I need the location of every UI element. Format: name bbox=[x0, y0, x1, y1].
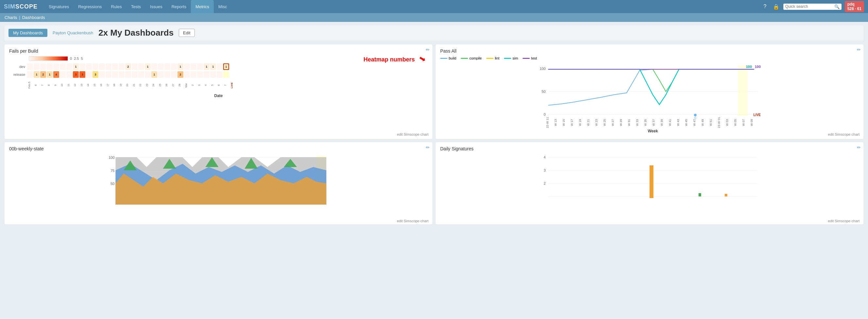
svg-text:W 49: W 49 bbox=[701, 119, 704, 126]
xaxis-label: 26 bbox=[165, 79, 171, 92]
svg-text:W 09: W 09 bbox=[750, 119, 753, 126]
weekly-state-edit-link[interactable]: edit Simscope chart bbox=[397, 219, 429, 223]
xaxis-label: 12 bbox=[73, 79, 80, 92]
pass-rate-edit-link[interactable]: edit Simscope chart bbox=[828, 132, 860, 136]
heatmap-cells-release: 1 2 1 4 3 3 3 bbox=[27, 71, 229, 78]
heatmap-cell bbox=[223, 71, 229, 78]
heatmap-cell bbox=[105, 63, 112, 70]
breadcrumb-charts[interactable]: Charts bbox=[5, 15, 17, 20]
legend-lint-label: lint bbox=[495, 56, 499, 60]
svg-text:100: 100 bbox=[108, 156, 114, 160]
heatmap-cell bbox=[27, 63, 33, 70]
heatmap-cell bbox=[66, 71, 72, 78]
lock-icon[interactable]: 🔒 bbox=[772, 4, 780, 10]
heatmap-xaxis: Feb-5 6 7 8 9 10 11 12 13 14 15 16 17 18… bbox=[28, 79, 428, 92]
heatmap-cell bbox=[119, 71, 125, 78]
edit-button[interactable]: Edit bbox=[179, 29, 194, 37]
heatmap-edit-link[interactable]: edit Simscope chart bbox=[397, 132, 429, 136]
heatmap-cell bbox=[197, 71, 203, 78]
xaxis-label: 2 bbox=[191, 79, 197, 92]
breadcrumb-bar: Charts | Dashboards bbox=[0, 13, 868, 22]
heatmap-cell: 3 bbox=[92, 71, 98, 78]
heatmap-cell bbox=[34, 63, 39, 70]
tab-user-dashboards[interactable]: Payton Quackenbush bbox=[53, 30, 93, 35]
legend-sim-label: sim bbox=[513, 56, 518, 60]
svg-text:W 19: W 19 bbox=[579, 119, 582, 126]
heatmap-cell: 1 bbox=[151, 71, 157, 78]
heatmap-cell: 2 bbox=[125, 63, 131, 70]
heatmap-cell bbox=[105, 71, 112, 78]
heatmap-cell bbox=[184, 63, 190, 70]
xaxis-label: 23 bbox=[146, 79, 151, 92]
search-input[interactable] bbox=[785, 4, 834, 9]
legend-0: 0 bbox=[70, 57, 72, 61]
legend-lint-line bbox=[486, 58, 494, 59]
heatmap-cell bbox=[112, 63, 118, 70]
heatmap-cell bbox=[158, 63, 164, 70]
user-badge[interactable]: pdq528 · 61 bbox=[845, 1, 864, 12]
heatmap-legend: 0 2.5 5 bbox=[29, 56, 428, 61]
legend-sim: sim bbox=[504, 56, 518, 60]
heatmap-cell: 2 bbox=[40, 71, 46, 78]
nav-metrics[interactable]: Metrics bbox=[191, 0, 214, 13]
svg-text:W 23: W 23 bbox=[595, 119, 598, 126]
heatmap-xlabel: Date bbox=[9, 94, 428, 98]
heatmap-cell bbox=[190, 63, 196, 70]
nav-misc[interactable]: Misc bbox=[214, 0, 232, 13]
heatmap-cell bbox=[132, 63, 137, 70]
heatmap-cell bbox=[197, 63, 203, 70]
svg-text:W 37: W 37 bbox=[652, 119, 655, 126]
svg-text:3: 3 bbox=[544, 168, 546, 172]
svg-text:W 27: W 27 bbox=[611, 119, 614, 126]
tab-my-dashboards[interactable]: My Dashboards bbox=[8, 29, 48, 37]
heatmap-cell bbox=[53, 63, 59, 70]
nav-links: Signatures Regressions Rules Tests Issue… bbox=[44, 0, 232, 13]
svg-point-10 bbox=[694, 114, 697, 116]
daily-sigs-card: Daily Signatures ✏ 4 3 2 edit Simsco bbox=[436, 142, 863, 224]
heatmap-cells-dev: 1 2 1 bbox=[27, 63, 229, 70]
heatmap-cell bbox=[210, 71, 216, 78]
heatmap-card: Fails per Build ✏ Heatmap numbers ➡ 0 2.… bbox=[5, 44, 432, 139]
brand-logo: SIMSCOPE bbox=[4, 3, 38, 10]
pass-rate-card: Pass All ✏ build compile lint si bbox=[436, 44, 863, 139]
xaxis-label: 28 bbox=[178, 79, 184, 92]
page-header: My Dashboards Payton Quackenbush 2x My D… bbox=[5, 25, 863, 40]
daily-sigs-edit-icon[interactable]: ✏ bbox=[857, 145, 861, 150]
heatmap-cell bbox=[47, 63, 53, 70]
svg-text:W 17: W 17 bbox=[570, 119, 574, 126]
heatmap-label-release: release bbox=[9, 72, 27, 76]
daily-sigs-title: Daily Signatures bbox=[440, 146, 859, 151]
heatmap-cell bbox=[204, 71, 210, 78]
legend-build: build bbox=[440, 56, 456, 60]
svg-text:0: 0 bbox=[544, 113, 546, 116]
nav-tests[interactable]: Tests bbox=[126, 0, 146, 13]
weekly-state-edit-icon[interactable]: ✏ bbox=[426, 145, 430, 150]
nav-issues[interactable]: Issues bbox=[146, 0, 167, 13]
heatmap-cell: 1 bbox=[178, 63, 183, 70]
heatmap-edit-icon[interactable]: ✏ bbox=[426, 47, 430, 52]
svg-text:Week: Week bbox=[648, 129, 658, 133]
svg-text:W 43: W 43 bbox=[677, 119, 680, 126]
legend-test-line bbox=[523, 58, 530, 59]
heatmap-cell bbox=[80, 63, 85, 70]
pass-rate-edit-icon[interactable]: ✏ bbox=[857, 47, 861, 52]
legend-compile-label: compile bbox=[469, 56, 482, 60]
legend-25: 2.5 bbox=[74, 57, 79, 61]
svg-text:W 13: W 13 bbox=[554, 119, 557, 126]
svg-text:W 05: W 05 bbox=[734, 119, 737, 126]
nav-rules[interactable]: Rules bbox=[106, 0, 126, 13]
nav-signatures[interactable]: Signatures bbox=[44, 0, 73, 13]
charts-grid: Fails per Build ✏ Heatmap numbers ➡ 0 2.… bbox=[5, 44, 863, 224]
nav-reports[interactable]: Reports bbox=[167, 0, 191, 13]
heatmap-cell bbox=[158, 71, 164, 78]
xaxis-label: 27 bbox=[172, 79, 178, 92]
heatmap-cell: 2 bbox=[178, 71, 183, 78]
nav-regressions[interactable]: Regressions bbox=[73, 0, 106, 13]
svg-text:W 47: W 47 bbox=[693, 119, 696, 126]
daily-sigs-edit-link[interactable]: edit Simscope chart bbox=[828, 219, 860, 223]
legend-sim-line bbox=[504, 58, 511, 59]
help-icon[interactable]: ? bbox=[761, 4, 769, 9]
xaxis-label: 4 bbox=[204, 79, 210, 92]
svg-text:W 31: W 31 bbox=[627, 119, 631, 126]
xaxis-label: 8 bbox=[48, 79, 53, 92]
